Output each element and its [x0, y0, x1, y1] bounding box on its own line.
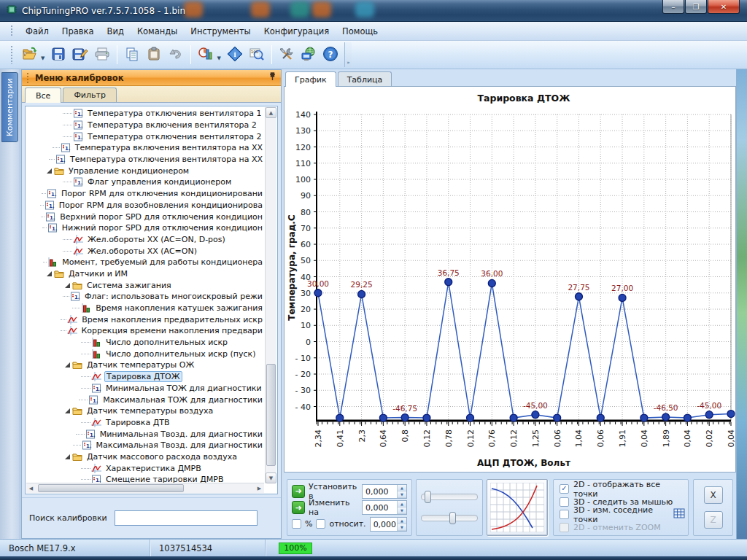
- menu-item-Правка[interactable]: Правка: [55, 23, 101, 39]
- tree-item[interactable]: Момент, требуемый для работы кондиционер…: [27, 257, 264, 268]
- zoom-100-button[interactable]: 100: [246, 44, 268, 66]
- tree-item[interactable]: 1.2Порог RPM для отключения кондициониро…: [27, 188, 264, 200]
- tree-item[interactable]: 1.2Нижний порог SPD для отключения конди…: [27, 222, 264, 234]
- tree-item[interactable]: 1.2Максимальная Твозд. для диагностики: [27, 440, 264, 451]
- scroll-right-icon[interactable]: ▶: [255, 483, 264, 493]
- scroll-down-icon[interactable]: ▼: [266, 472, 276, 483]
- tree-item[interactable]: Число дополнительных искр (пуск): [27, 348, 264, 359]
- undo-button[interactable]: [165, 44, 187, 66]
- apply-change-button[interactable]: ➜: [292, 501, 305, 514]
- toolbar-overflow-icon[interactable]: »: [344, 42, 352, 67]
- option-checkbox-2[interactable]: [560, 510, 569, 519]
- set-value-spinner[interactable]: 0,000 ▲▼: [362, 484, 407, 499]
- apply-set-button[interactable]: ➜: [292, 485, 305, 498]
- tree-item[interactable]: 1.2Флаг управления кондиционером: [27, 176, 264, 188]
- info-button[interactable]: i: [224, 44, 246, 66]
- tree-item[interactable]: Жел.обороты ХХ (AC=ON): [27, 245, 264, 257]
- option-checkbox-0[interactable]: [560, 484, 569, 494]
- scroll-left-icon[interactable]: ◀: [26, 483, 36, 493]
- menu-item-Команды[interactable]: Команды: [131, 23, 184, 39]
- tree-item[interactable]: Тарировка ДТОЖ: [27, 371, 264, 383]
- tree-item[interactable]: Тарировка ДТВ: [27, 417, 264, 429]
- tree-item[interactable]: 1.2Верхний порог SPD для отключения конд…: [27, 211, 264, 222]
- main-tab-График[interactable]: График: [285, 71, 336, 87]
- menu-item-Помощь[interactable]: Помощь: [336, 23, 384, 39]
- tree-item[interactable]: Число дополнительных искр: [27, 337, 264, 349]
- tree-item[interactable]: Время накопления предварительных искр: [27, 314, 264, 325]
- tree-folder[interactable]: Датчик массового расхода воздуха: [27, 451, 264, 463]
- sidebar-tab-Фильтр[interactable]: Фильтр: [63, 88, 117, 102]
- spin-up-icon[interactable]: ▲: [398, 485, 406, 491]
- tree-horizontal-scrollbar[interactable]: ◀ ▶: [26, 483, 264, 493]
- tree-item[interactable]: Коррекция времени накопления предвари: [27, 325, 264, 337]
- search-input[interactable]: [115, 510, 258, 526]
- minimize-button[interactable]: –: [662, 0, 684, 14]
- menu-item-Конфигурация[interactable]: Конфигурация: [258, 23, 336, 39]
- option-checkbox-1[interactable]: [560, 497, 569, 507]
- tree-vertical-scrollbar[interactable]: ▲ ▼: [265, 107, 276, 483]
- network-button[interactable]: [298, 44, 320, 66]
- open-button[interactable]: [19, 44, 41, 66]
- pin-icon[interactable]: [268, 72, 276, 83]
- menu-item-Инструменты[interactable]: Инструменты: [184, 23, 257, 39]
- save-button[interactable]: [47, 44, 69, 66]
- sidebar-tab-Все[interactable]: Все: [25, 88, 61, 103]
- tab-comments[interactable]: Комментарии: [1, 72, 18, 142]
- expander-icon[interactable]: [63, 452, 72, 462]
- tree-item[interactable]: 1.2Температура отключения вентилятора 2: [27, 131, 264, 142]
- expander-icon[interactable]: [44, 166, 54, 176]
- expander-icon[interactable]: [44, 269, 54, 279]
- tree-item[interactable]: 1.2Температура отключения вентилятора на…: [27, 154, 264, 166]
- relative-checkbox[interactable]: [316, 519, 325, 529]
- tree-item[interactable]: 1.2Максимальная ТОЖ для диагностики: [27, 394, 264, 405]
- tree-folder[interactable]: Система зажигания: [27, 279, 264, 291]
- tree-item[interactable]: Жел.обороты ХХ (AC=ON, D-pos): [27, 234, 264, 246]
- z-axis-button[interactable]: Z: [704, 511, 723, 529]
- tree-item[interactable]: 1.2Температура отключения вентилятора 1: [27, 108, 264, 120]
- expander-icon[interactable]: [63, 360, 72, 370]
- tree-folder[interactable]: Управление кондиционером: [27, 165, 264, 176]
- curve-preview[interactable]: [487, 479, 548, 536]
- tree-folder[interactable]: Датчик температуры воздуха: [27, 405, 264, 417]
- table-grid-icon[interactable]: [673, 508, 685, 521]
- scroll-up-icon[interactable]: ▲: [266, 107, 276, 118]
- spin-up-icon[interactable]: ▲: [398, 501, 406, 508]
- open-dropdown-icon[interactable]: ▼: [41, 55, 44, 61]
- expander-icon[interactable]: [63, 406, 72, 416]
- option-checkbox-3[interactable]: [560, 523, 569, 532]
- tree-item[interactable]: 1.2Температура включения вентилятора 2: [27, 120, 264, 131]
- spin-down-icon[interactable]: ▼: [398, 508, 406, 514]
- main-tab-Таблица[interactable]: Таблица: [338, 71, 392, 87]
- tree-item[interactable]: 1.2Флаг: использовать многоискровый режи: [27, 291, 264, 303]
- x-axis-button[interactable]: X: [704, 486, 723, 504]
- spin-down-icon[interactable]: ▼: [398, 524, 406, 531]
- relative-value-spinner[interactable]: 0,000 ▲▼: [370, 517, 407, 532]
- slider-1[interactable]: [421, 494, 478, 500]
- spin-down-icon[interactable]: ▼: [398, 491, 406, 498]
- copy-button[interactable]: [121, 44, 143, 66]
- help-button[interactable]: ?: [320, 44, 341, 66]
- chart-canvas[interactable]: 1401301201101009080706050403020100- 10- …: [285, 87, 735, 472]
- slider-2[interactable]: [421, 515, 478, 521]
- paste-button[interactable]: [143, 44, 165, 66]
- tree-item[interactable]: 1.2Минимальная Твозд. для диагностики: [27, 428, 264, 440]
- chart-compare-button[interactable]: [195, 44, 217, 66]
- tree-item[interactable]: Время накопления катушек зажигания: [27, 303, 264, 314]
- tree-item[interactable]: Характеристика ДМРВ: [27, 462, 264, 474]
- tree-folder[interactable]: Датчик температуры ОЖ: [27, 359, 264, 371]
- spin-up-icon[interactable]: ▲: [398, 518, 406, 524]
- save-as-button[interactable]: [69, 44, 91, 66]
- tree-folder[interactable]: Датчики и ИМ: [27, 268, 264, 280]
- tree-item[interactable]: 1.2Температура включения вентилятора на …: [27, 142, 264, 154]
- chart-compare-dropdown-icon[interactable]: ▼: [217, 55, 220, 61]
- percent-checkbox[interactable]: [292, 519, 301, 529]
- tree-item[interactable]: 1.2Порог RPM для возобновления кондицион…: [27, 200, 264, 211]
- tree-item[interactable]: 1.2Минимальная ТОЖ для диагностики: [27, 383, 264, 394]
- tools-button[interactable]: [276, 44, 298, 66]
- menu-item-Вид[interactable]: Вид: [101, 23, 131, 39]
- close-button[interactable]: ✕: [708, 0, 740, 14]
- menu-item-Файл[interactable]: Файл: [19, 23, 55, 39]
- change-value-spinner[interactable]: 0,000 ▲▼: [362, 500, 407, 515]
- print-button[interactable]: [91, 44, 113, 66]
- maximize-button[interactable]: ❐: [685, 0, 707, 14]
